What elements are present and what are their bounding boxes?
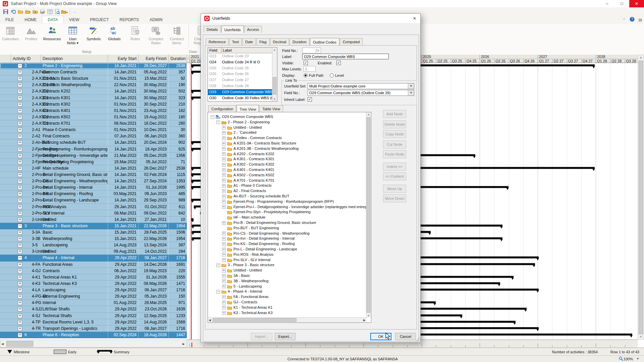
tree-item[interactable]: +FA - Functional Areas — [222, 294, 269, 300]
expand-icon[interactable]: + — [222, 274, 226, 278]
label-column-header[interactable]: Label — [221, 48, 272, 53]
tree-item[interactable]: +A.K502 - Contracts K502 — [222, 173, 274, 178]
table-row[interactable]: +4-TPEecnical Rooms Level 1,3, 529.Apr.2… — [0, 319, 187, 325]
expand-icon[interactable]: + — [18, 282, 22, 286]
profiles-button[interactable]: Profiles — [21, 24, 42, 49]
folder-open-icon[interactable] — [24, 8, 32, 15]
expand-icon[interactable]: + — [222, 253, 226, 256]
close-button[interactable]: ✕ — [629, 0, 644, 7]
expand-icon[interactable]: + — [222, 279, 226, 283]
table-row[interactable]: +4-K1Technical Areas K129.Apr.202231.Jul… — [0, 274, 187, 281]
scroll-down-icon[interactable]: ∨ — [366, 314, 371, 317]
expand-icon[interactable]: + — [222, 168, 226, 172]
expand-icon[interactable]: + — [18, 249, 22, 254]
expand-icon[interactable]: + — [18, 314, 22, 318]
field-list-item[interactable]: O23Outline Code 23 — [208, 53, 272, 59]
table-row[interactable]: +4-PG-altExternal Engineering29.Apr.2022… — [0, 293, 187, 300]
tab-details[interactable]: Details — [204, 26, 221, 33]
subtab-reference[interactable]: Reference — [206, 38, 229, 45]
table-row[interactable]: +2-Pro-ROSRisk Analysis29.Jan.202101.Oct… — [0, 204, 187, 210]
tree-item[interactable]: +A.K201-3B - Contracts Weatherproofing — [222, 146, 299, 152]
expand-icon[interactable]: + — [222, 184, 226, 188]
expand-icon[interactable]: + — [222, 163, 226, 167]
expand-icon[interactable]: + — [18, 205, 22, 209]
subtab-date[interactable]: Date — [242, 38, 256, 45]
calendars-button[interactable]: Calendars — [0, 24, 21, 49]
expand-icon[interactable]: + — [18, 326, 22, 331]
expand-icon[interactable]: + — [18, 83, 22, 87]
expand-icon[interactable]: + — [222, 301, 226, 304]
expand-icon[interactable]: + — [222, 152, 226, 156]
table-row[interactable]: +2-A.K502Contracts K50201.Nov.202119.Aug… — [0, 114, 187, 120]
expand-icon[interactable]: + — [222, 179, 226, 182]
scroll-left-icon[interactable]: ◀ — [209, 318, 211, 322]
table-row[interactable]: +2-UntitledUntitled14.Jan.202127.Jan.202… — [0, 217, 187, 223]
field-list-scroll-thumb[interactable] — [273, 77, 276, 95]
column-header-early-finish[interactable]: Early Finish — [139, 55, 169, 63]
tree-item[interactable]: +K3 - Technical Areas K3 — [222, 310, 273, 316]
expand-icon[interactable]: + — [222, 221, 226, 225]
expand-icon[interactable]: + — [222, 205, 226, 209]
expand-icon[interactable]: + — [222, 242, 226, 246]
field-list-item[interactable]: O30Outline Code 30 Felles WBS (t — [208, 95, 272, 101]
scroll-right-icon[interactable]: ▶ — [182, 342, 185, 346]
tree-item[interactable]: +2 - ˉCancelled — [222, 130, 256, 135]
import-button[interactable]: Import... — [251, 333, 272, 340]
expand-icon[interactable]: + — [18, 294, 22, 299]
table-icon[interactable] — [46, 8, 54, 15]
collapse-ribbon-icon[interactable]: ⌃ — [623, 18, 625, 22]
enabled-checkbox[interactable]: ✓ — [336, 61, 341, 65]
scroll-up-icon[interactable]: ∧ — [272, 48, 277, 52]
expand-icon[interactable]: + — [18, 166, 22, 171]
collapse-icon[interactable]: − — [18, 256, 22, 260]
expand-icon[interactable]: + — [18, 89, 22, 94]
table-row[interactable]: +3-UntitledUntitled09.Aug.202114.Oct.202… — [0, 248, 187, 255]
expand-icon[interactable]: + — [18, 237, 22, 241]
table-row[interactable]: +3-5Landscapeing14.Aug.202313.Sep.202439… — [0, 242, 187, 248]
link-field-no-combo[interactable]: O29 Common Composite WBS (Outline Code 2… — [308, 90, 414, 96]
column-header-description[interactable]: Description — [41, 55, 108, 63]
help-icon[interactable]: ? — [630, 17, 635, 23]
expand-icon[interactable]: + — [222, 136, 226, 140]
table-row[interactable]: +2-A.K401Contracts K40101.Nov.202123.Aug… — [0, 108, 187, 114]
scroll-up-icon[interactable]: ∧ — [366, 113, 371, 116]
favorites-folder-icon[interactable]: ▾ — [61, 8, 68, 15]
dialog-close-icon[interactable]: ✕ — [412, 16, 418, 21]
expand-icon[interactable]: + — [222, 200, 226, 203]
tree-item[interactable]: +Pro-B - Detail Engineering Ground, Basi… — [222, 220, 316, 226]
table-row[interactable]: +2-A.K201-3BContracts Weatherproofing22.… — [0, 82, 187, 88]
tree-item[interactable]: +A.K701 - Contracts K701 — [222, 178, 274, 183]
expand-icon[interactable]: + — [18, 320, 22, 324]
table-row[interactable]: +2-HFMain schedule14.Jan.202126.Dec.2027… — [0, 165, 187, 172]
table-row[interactable]: +2-A1Phase 0 Contracts01.Nov.202110.Dec.… — [0, 127, 187, 133]
globals-button[interactable]: abacGlobals — [104, 24, 125, 49]
move-up-button[interactable]: Move Up — [383, 185, 406, 193]
expand-icon[interactable]: + — [222, 189, 226, 193]
collapse-icon[interactable]: − — [216, 290, 220, 294]
scroll-left-icon[interactable]: ◀ — [1, 342, 4, 346]
ribbon-tab-project[interactable]: PROJECT — [85, 16, 114, 23]
field-list-item[interactable]: O24Outline Code 24 R til O — [208, 59, 272, 65]
table-row[interactable]: +4-PGInternal01.Aug.202228.Mar.2025971 — [0, 300, 187, 306]
maximize-button[interactable]: ▢ — [614, 0, 629, 7]
expand-icon[interactable]: + — [222, 306, 226, 309]
collapse-icon[interactable]: − — [216, 120, 220, 124]
max-levels-input[interactable]: 6 — [304, 66, 316, 72]
expand-icon[interactable]: + — [222, 195, 226, 198]
ribbon-tab-home[interactable]: HOME — [19, 16, 42, 23]
expand-icon[interactable]: + — [18, 134, 22, 138]
ribbon-tab-data[interactable]: DATA — [42, 16, 63, 23]
row-gutter-header[interactable] — [0, 55, 11, 63]
tree-item[interactable]: +Untitled - Untitled — [222, 268, 262, 273]
expand-icon[interactable]: + — [222, 269, 226, 273]
expand-icon[interactable]: + — [18, 173, 22, 177]
export-button[interactable]: Export... — [275, 333, 296, 340]
copy-node-button[interactable]: Copy Node — [383, 130, 406, 138]
subtab-text[interactable]: Text — [229, 38, 242, 45]
minimize-button[interactable]: – — [600, 0, 614, 7]
undo-icon[interactable] — [9, 8, 17, 15]
expand-icon[interactable]: + — [222, 285, 226, 288]
expand-icon[interactable]: + — [18, 301, 22, 305]
indent-button[interactable]: Indent >> — [383, 163, 406, 171]
expand-icon[interactable]: + — [18, 109, 22, 113]
